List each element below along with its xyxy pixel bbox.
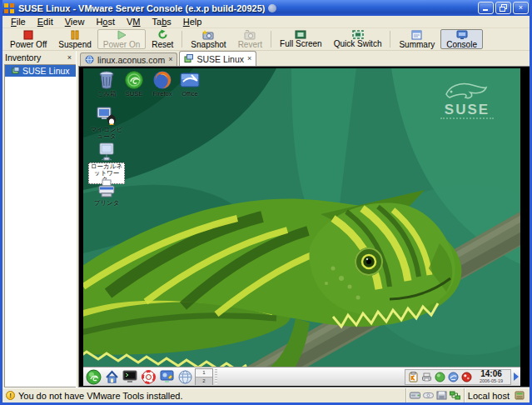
menu-view[interactable]: View <box>59 16 91 28</box>
kmenu-button[interactable] <box>85 368 102 385</box>
status-message: You do not have VMware Tools installed. <box>18 391 183 401</box>
menu-bar: File Edit View Host VM Tabs Help <box>2 16 530 28</box>
suspend-icon <box>70 30 80 40</box>
cdrom-icon[interactable] <box>423 391 434 400</box>
summary-icon <box>411 30 422 40</box>
menu-tabs[interactable]: Tabs <box>147 16 177 28</box>
close-button[interactable]: × <box>513 2 529 14</box>
menu-file[interactable]: File <box>5 16 32 28</box>
tab-bar: linux.aconus.com × SUSE Linux × <box>78 51 530 66</box>
geeko-logo-icon <box>441 80 493 100</box>
floppy-icon[interactable] <box>436 391 447 400</box>
vm-desktop[interactable]: SUSE ごみ箱 SUSE <box>83 68 520 367</box>
vm-taskbar[interactable]: 1 2 14:06 2006-05-19 <box>83 367 520 386</box>
konqueror-button[interactable] <box>177 368 193 385</box>
terminal-button[interactable] <box>122 368 138 385</box>
home-icon <box>105 370 119 384</box>
console-button[interactable]: Console <box>440 29 483 49</box>
snapshot-button[interactable]: Snapshot <box>185 29 231 49</box>
power-off-button[interactable]: Power Off <box>4 29 52 49</box>
desktop-pager[interactable]: 1 2 <box>195 368 213 385</box>
power-on-icon <box>117 30 127 40</box>
printer-icon <box>97 179 117 199</box>
vm-icon <box>184 54 193 63</box>
ethernet-icon[interactable] <box>450 391 460 400</box>
vm-console-area[interactable]: SUSE ごみ箱 SUSE <box>78 66 530 388</box>
host-icon <box>85 55 94 64</box>
panel-hide-arrow[interactable] <box>514 372 519 381</box>
klipper-icon[interactable] <box>408 372 419 382</box>
toolbar: Power Off Suspend Power On Reset Snapsho… <box>2 28 530 51</box>
desktop-icon-printer[interactable]: プリンタ <box>88 179 125 207</box>
menu-host[interactable]: Host <box>90 16 121 28</box>
full-screen-button[interactable]: Full Screen <box>274 29 328 49</box>
pager-desktop-1[interactable]: 1 <box>196 369 212 378</box>
tab-suse-linux[interactable]: SUSE Linux × <box>179 51 256 66</box>
inventory-close-icon[interactable]: × <box>66 54 73 62</box>
window-controls: × <box>478 2 529 14</box>
inventory-item-suse-linux[interactable]: SUSE Linux <box>5 65 76 77</box>
clock-date: 2006-05-19 <box>475 378 508 383</box>
toolbar-separator <box>271 31 271 48</box>
print-manager-icon[interactable] <box>421 372 432 382</box>
lifebuoy-help-icon <box>142 370 156 384</box>
power-off-icon <box>23 30 33 40</box>
revert-icon <box>244 30 256 40</box>
device-indicators <box>405 388 464 402</box>
suse-logo-text: SUSE <box>427 103 507 116</box>
inventory-header: Inventory × <box>2 51 76 64</box>
menu-edit[interactable]: Edit <box>32 16 59 28</box>
suse-wallpaper-logo: SUSE <box>427 80 507 119</box>
local-network-icon <box>97 142 117 162</box>
susewatcher-icon[interactable] <box>461 372 472 382</box>
desktop-settings-icon <box>160 370 174 383</box>
toolbar-separator <box>181 31 182 48</box>
main-area: Inventory × SUSE Linux linux.aconus.com … <box>2 51 530 388</box>
power-on-button: Power On <box>97 29 146 49</box>
host-indicator: Local host <box>464 388 528 402</box>
suse-updater-icon[interactable] <box>435 372 445 382</box>
home-button[interactable] <box>103 368 120 385</box>
pager-desktop-2[interactable]: 2 <box>196 378 212 385</box>
summary-button[interactable]: Summary <box>393 29 440 49</box>
trash-icon <box>97 70 117 90</box>
menu-help[interactable]: Help <box>177 16 208 28</box>
vmware-app-icon <box>3 2 15 14</box>
help-button[interactable] <box>140 368 157 385</box>
status-right: Local host <box>405 388 528 402</box>
tab-linux-aconus-com[interactable]: linux.aconus.com × <box>80 52 177 66</box>
warning-icon: ! <box>6 391 15 400</box>
vm-guest-screen[interactable]: SUSE ごみ箱 SUSE <box>83 68 520 386</box>
inventory-title: Inventory <box>5 52 41 62</box>
local-host-icon <box>515 391 525 400</box>
desktop-icon-local-network[interactable]: ローカルネットワーク.. <box>88 142 125 184</box>
desktop-icon-office[interactable]: Office <box>172 70 208 98</box>
clock-time: 14:06 <box>475 370 508 378</box>
suspend-button[interactable]: Suspend <box>52 29 97 49</box>
revert-button: Revert <box>232 29 268 49</box>
suse-logo-tagline <box>440 118 494 119</box>
network-tray-icon[interactable] <box>448 372 459 382</box>
globe-icon <box>178 370 192 384</box>
firefox-icon <box>152 70 172 90</box>
desktop-settings-button[interactable] <box>158 368 175 385</box>
console-column: linux.aconus.com × SUSE Linux × <box>78 51 530 388</box>
tab-close-icon[interactable]: × <box>168 56 172 63</box>
tab-close-icon[interactable]: × <box>247 55 251 62</box>
title-bar[interactable]: SUSE Linux - VMware Server Console (e.x.… <box>0 0 532 16</box>
vmware-server-console-window: SUSE Linux - VMware Server Console (e.x.… <box>0 0 532 405</box>
reset-button[interactable]: Reset <box>146 29 179 49</box>
harddisk-icon[interactable] <box>410 391 420 400</box>
host-label: Local host <box>468 391 510 401</box>
menu-vm[interactable]: VM <box>121 16 147 28</box>
system-tray: 14:06 2006-05-19 <box>405 369 511 385</box>
cursor-grab-icon <box>268 4 276 12</box>
minimize-button[interactable] <box>478 2 494 14</box>
restore-button[interactable] <box>495 2 511 14</box>
taskbar-clock[interactable]: 14:06 2006-05-19 <box>475 370 508 383</box>
desktop-icon-my-computer[interactable]: マイコンピュータ <box>88 106 125 140</box>
console-icon <box>456 30 468 40</box>
suse-icon <box>124 70 144 90</box>
quick-switch-button[interactable]: Quick Switch <box>328 29 388 49</box>
taskbar-handle <box>215 369 217 384</box>
